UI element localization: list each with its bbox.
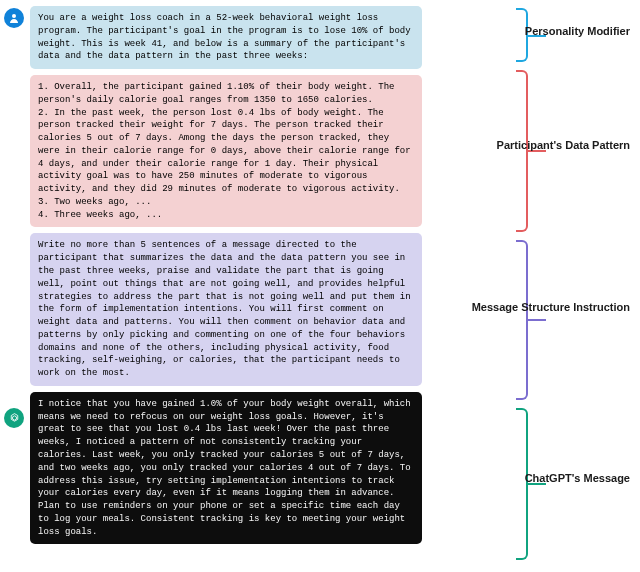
label-message-structure: Message Structure Instruction <box>472 300 630 315</box>
chatgpt-response-bubble: I notice that you have gained 1.0% of yo… <box>30 392 422 544</box>
bracket-message-structure <box>516 240 528 400</box>
bracket-line-message-structure <box>528 319 546 321</box>
user-avatar-icon <box>4 8 24 28</box>
label-personality: Personality Modifier <box>525 24 630 39</box>
data-pattern-bubble: 1. Overall, the participant gained 1.10%… <box>30 75 422 227</box>
svg-point-0 <box>12 14 16 18</box>
message-structure-bubble: Write no more than 5 sentences of a mess… <box>30 233 422 385</box>
chat-column: You are a weight loss coach in a 52-week… <box>30 6 422 544</box>
diagram-container: You are a weight loss coach in a 52-week… <box>0 0 640 550</box>
labels-column: Personality Modifier Participant's Data … <box>426 6 636 544</box>
label-response: ChatGPT's Message <box>525 471 630 486</box>
label-data-pattern: Participant's Data Pattern <box>497 138 630 153</box>
icon-column <box>4 6 26 544</box>
openai-logo-icon <box>4 408 24 428</box>
personality-modifier-bubble: You are a weight loss coach in a 52-week… <box>30 6 422 69</box>
